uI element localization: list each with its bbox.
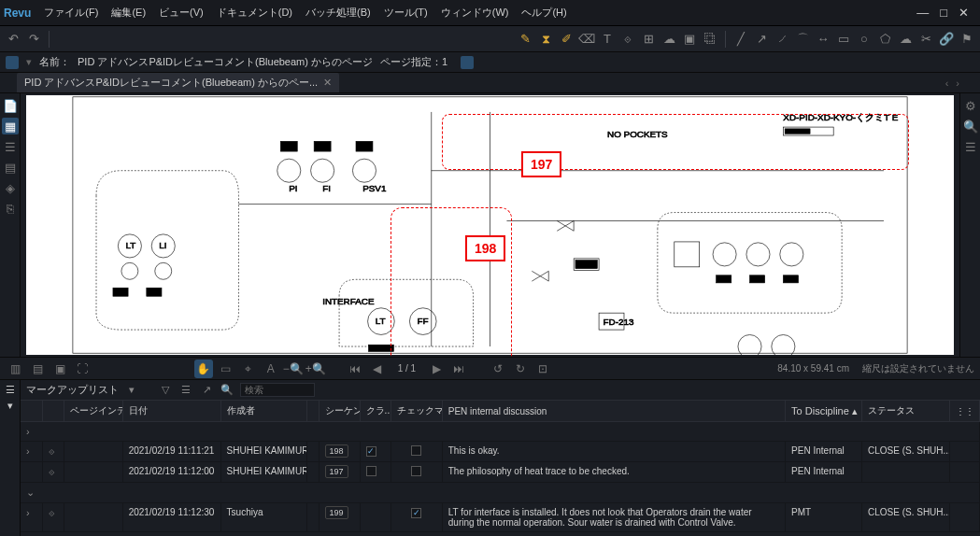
cloud-icon[interactable]: ☁	[660, 30, 678, 49]
cloud-markup-197[interactable]	[442, 114, 909, 170]
document-tab[interactable]: PID アドバンスP&IDレビューコメント(Bluebeam) からのペー...…	[17, 73, 339, 92]
cloud-shape-icon[interactable]: ☁	[896, 30, 915, 49]
expand-icon[interactable]: ›	[26, 426, 34, 437]
columns-icon[interactable]: ☰	[178, 383, 193, 398]
menu-edit[interactable]: 編集(E)	[106, 2, 151, 23]
split-h-icon[interactable]: ▥	[6, 360, 24, 378]
text-icon[interactable]: T	[598, 30, 617, 49]
file-access-icon[interactable]: 📄	[2, 97, 19, 114]
text-select-icon[interactable]: A	[262, 360, 280, 378]
menu-help[interactable]: ヘルプ(H)	[516, 2, 572, 23]
last-page-icon[interactable]: ⏭	[449, 360, 468, 378]
callout-icon[interactable]: ⟐	[618, 30, 637, 49]
stamp-icon[interactable]: ⊞	[639, 30, 658, 49]
col-status[interactable]: ステータス	[861, 401, 949, 422]
dock-icon[interactable]: ▣	[50, 360, 69, 378]
select-icon[interactable]: ▭	[217, 360, 235, 378]
crop-icon[interactable]: ⿻	[701, 30, 719, 49]
chevron-down-icon[interactable]: ▾	[124, 383, 139, 398]
tab-nav-left-icon[interactable]: ‹	[942, 78, 953, 89]
search-panel-icon[interactable]: 🔍	[962, 118, 979, 134]
flag-icon[interactable]: ⚑	[958, 30, 976, 49]
markups-list-icon[interactable]: ☰	[6, 384, 15, 396]
next-page-icon[interactable]: ▶	[427, 360, 446, 378]
arc-icon[interactable]: ⌒	[793, 30, 812, 49]
tab-close-icon[interactable]: ✕	[323, 77, 332, 89]
prev-page-icon[interactable]: ◀	[368, 360, 387, 378]
search-input[interactable]	[240, 383, 315, 397]
col-checkmark[interactable]: チェックマーク	[391, 401, 443, 422]
link-icon[interactable]: 🔗	[937, 30, 956, 49]
menu-document[interactable]: ドキュメント(D)	[211, 2, 298, 23]
col-expand[interactable]	[21, 401, 42, 422]
export-icon[interactable]: ↗	[199, 383, 214, 398]
rectangle-icon[interactable]: ▭	[834, 30, 853, 49]
panel-collapse-icon[interactable]: ▾	[7, 400, 13, 412]
rotate-ccw-icon[interactable]: ↺	[489, 360, 507, 378]
expand-icon[interactable]: ›	[26, 507, 34, 518]
col-type[interactable]	[42, 401, 64, 422]
layers-icon[interactable]: ◈	[2, 179, 19, 196]
redo-icon[interactable]: ↷	[24, 30, 43, 49]
search-icon[interactable]: 🔍	[220, 383, 234, 398]
page-icon[interactable]	[461, 56, 474, 69]
col-drag[interactable]	[306, 401, 319, 422]
polygon-icon[interactable]: ⬠	[875, 30, 894, 49]
tab-nav-right-icon[interactable]: ›	[952, 78, 963, 89]
first-page-icon[interactable]: ⏮	[346, 360, 364, 378]
polyline-icon[interactable]: ⟋	[773, 30, 791, 49]
callout-197[interactable]: 197	[521, 151, 561, 177]
col-pageindex[interactable]: ページインデッ...	[64, 401, 122, 422]
links-icon[interactable]: ⎘	[2, 200, 19, 217]
callout-198[interactable]: 198	[465, 235, 505, 261]
ellipse-icon[interactable]: ○	[855, 30, 873, 49]
menu-batch[interactable]: バッチ処理(B)	[300, 2, 376, 23]
table-row[interactable]: › ⟐ 2021/02/19 11:11:21 SHUHEI KAMIMURA …	[21, 442, 980, 462]
line-icon[interactable]: ╱	[731, 30, 750, 49]
zoom-rect-icon[interactable]: ⌖	[239, 360, 258, 378]
minimize-icon[interactable]: —	[916, 6, 929, 20]
properties-icon[interactable]: ⚙	[962, 97, 979, 114]
class-checkbox[interactable]	[366, 446, 376, 457]
undo-icon[interactable]: ↶	[4, 30, 22, 49]
marker-icon[interactable]: ✐	[557, 30, 575, 49]
close-icon[interactable]: ✕	[959, 6, 969, 20]
cloud-markup-198[interactable]	[391, 207, 512, 357]
menu-file[interactable]: ファイル(F)	[38, 2, 104, 23]
checkmark-checkbox[interactable]	[411, 508, 421, 518]
dimension-icon[interactable]: ↔	[814, 30, 832, 49]
class-checkbox[interactable]	[366, 466, 376, 476]
pen-icon[interactable]: ✎	[516, 30, 534, 49]
eraser-icon[interactable]: ⌫	[577, 30, 596, 49]
checkmark-checkbox[interactable]	[411, 445, 421, 456]
col-sequence[interactable]: シーケンス	[319, 401, 360, 422]
zoom-out-icon[interactable]: −🔍	[284, 360, 303, 378]
fullscreen-icon[interactable]: ⛶	[73, 360, 92, 378]
collapse-icon[interactable]: ⌄	[26, 487, 38, 498]
highlighter-icon[interactable]: ⧗	[536, 30, 555, 49]
clip-icon[interactable]: ✂	[916, 30, 935, 49]
menu-window[interactable]: ウィンドウ(W)	[435, 2, 515, 23]
col-more[interactable]: ⋮⋮	[950, 401, 980, 422]
rotate-cw-icon[interactable]: ↻	[511, 360, 530, 378]
toolchest-icon[interactable]: ▤	[2, 159, 19, 176]
image-icon[interactable]: ▣	[680, 30, 699, 49]
table-row[interactable]: ⟐ 2021/02/19 11:12:00 SHUHEI KAMIMURA 19…	[21, 462, 980, 483]
col-class[interactable]: クラ...	[360, 401, 391, 422]
chevron-down-icon[interactable]: ▾	[26, 56, 32, 68]
group-row[interactable]: ⌄	[21, 483, 980, 503]
col-date[interactable]: 日付	[122, 401, 220, 422]
zoom-in-icon[interactable]: +🔍	[306, 360, 325, 378]
thumbnails-icon[interactable]: ▦	[2, 118, 19, 134]
col-todiscipline[interactable]: To Discipline ▴	[786, 401, 862, 422]
maximize-icon[interactable]: □	[940, 6, 947, 20]
col-discussion[interactable]: PEN internal discussion	[442, 401, 785, 422]
split-v-icon[interactable]: ▤	[28, 360, 47, 378]
table-row[interactable]: › ⟐ 2021/02/19 11:12:30 Tsuchiya 199 LT …	[21, 503, 980, 532]
menu-tool[interactable]: ツール(T)	[378, 2, 433, 23]
menu-view[interactable]: ビュー(V)	[153, 2, 209, 23]
expand-icon[interactable]: ›	[26, 445, 34, 457]
filter-icon[interactable]: ▽	[158, 383, 173, 398]
checkmark-checkbox[interactable]	[411, 466, 421, 476]
arrow-icon[interactable]: ↗	[752, 30, 771, 49]
